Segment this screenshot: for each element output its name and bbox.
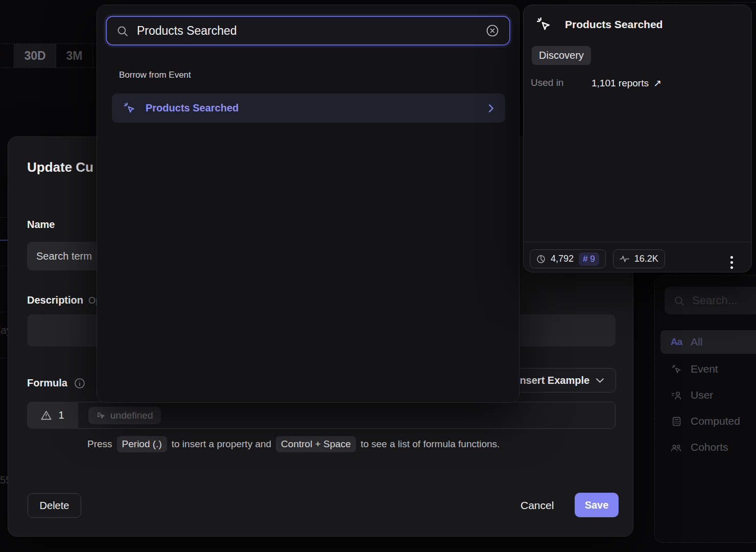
event-info-panel: Products Searched Discovery Used in 1,10… [523, 5, 752, 272]
sidebar-item-cohorts[interactable]: Cohorts [660, 435, 756, 459]
hint-text: to see a list of formula functions. [361, 439, 500, 450]
search-query-text: Products Searched [137, 24, 477, 38]
pie-icon [536, 255, 546, 264]
used-in-value: 1,101 reports [592, 78, 649, 89]
event-rank-badge: # 9 [579, 252, 599, 266]
modal-title: Update Cu [27, 159, 93, 175]
formula-label-row: Formula [27, 377, 85, 389]
search-icon [674, 295, 684, 306]
name-label: Name [27, 219, 55, 231]
chart-gridline [0, 266, 8, 266]
formula-label: Formula [27, 377, 67, 389]
sidebar-search-input[interactable]: Search... [665, 287, 756, 314]
more-options-icon[interactable] [728, 254, 735, 271]
sidebar-item-label: Event [691, 363, 718, 375]
formula-chip-label: undefined [110, 410, 153, 421]
sidebar-item-all[interactable]: Aa All [660, 330, 756, 354]
chart-gridline [0, 312, 8, 312]
text-aa-icon: Aa [671, 336, 682, 348]
formula-error-gutter: 1 [27, 402, 78, 429]
event-search-dropdown: Products Searched Borrow from Event Prod… [97, 5, 519, 403]
sidebar-item-user[interactable]: User [660, 383, 756, 407]
property-filter-sidebar: Search... Aa All Event User Computed [654, 275, 756, 543]
chevron-right-icon [488, 104, 494, 113]
sidebar-item-label: Computed [691, 415, 740, 427]
event-search-input[interactable]: Products Searched [106, 16, 510, 45]
external-link-icon: ↗ [653, 77, 662, 89]
control-space-key-chip: Control + Space [276, 436, 356, 452]
clear-search-icon[interactable] [485, 24, 500, 38]
event-cursor-icon [671, 364, 682, 375]
hint-text: to insert a property and [172, 439, 271, 450]
period-key-chip: Period (.) [117, 436, 167, 452]
event-count-value: 4,792 [551, 254, 574, 264]
sidebar-item-event[interactable]: Event [660, 357, 756, 381]
app-screen: D 30D 3M lay 55 Search... Aa All Event [0, 0, 756, 552]
user-icon [671, 391, 682, 400]
delete-button[interactable]: Delete [28, 493, 81, 518]
activity-icon [620, 256, 629, 262]
formula-editor[interactable]: 1 undefined [27, 402, 616, 429]
panel-divider [524, 242, 751, 242]
time-range-3m[interactable]: 3M [56, 44, 93, 67]
property-cursor-icon [97, 411, 105, 420]
chart-gridline [0, 217, 8, 218]
time-range-strip: D 30D 3M [0, 43, 104, 68]
chart-gridline [0, 358, 8, 358]
sidebar-search-placeholder: Search... [692, 294, 737, 307]
formula-input-area[interactable]: undefined [78, 402, 616, 429]
discovery-badge: Discovery [532, 46, 591, 65]
insert-example-label: Insert Example [517, 375, 589, 386]
event-cursor-icon [536, 16, 552, 32]
event-stats-row: 4,792 # 9 16.2K [530, 249, 665, 268]
event-result-products-searched[interactable]: Products Searched [112, 94, 505, 123]
sidebar-item-label: Cohorts [691, 441, 728, 453]
hint-text: Press [87, 439, 112, 450]
event-volume-value: 16.2K [634, 254, 658, 264]
computed-icon [671, 417, 682, 426]
cancel-button[interactable]: Cancel [511, 493, 563, 518]
event-volume-pill[interactable]: 16.2K [613, 249, 665, 268]
chevron-down-icon [596, 378, 604, 383]
description-label: Description [27, 294, 83, 306]
info-icon[interactable] [74, 378, 85, 389]
event-info-title: Products Searched [565, 18, 663, 31]
formula-error-count: 1 [58, 409, 64, 421]
event-cursor-icon [123, 102, 136, 114]
formula-undefined-chip[interactable]: undefined [88, 407, 161, 424]
event-info-header: Products Searched [536, 16, 663, 32]
save-button[interactable]: Save [575, 493, 619, 517]
formula-hint: Press Period (.) to insert a property an… [87, 436, 500, 452]
time-range-30d[interactable]: 30D [14, 44, 56, 67]
sidebar-item-computed[interactable]: Computed [660, 409, 756, 433]
sidebar-item-label: All [691, 336, 702, 348]
background-dashed-border [637, 2, 756, 3]
chart-line-fragment [0, 240, 8, 241]
name-field-value: Search term [36, 250, 92, 262]
event-result-label: Products Searched [146, 102, 479, 114]
time-range-7d[interactable]: D [0, 44, 14, 67]
event-count-pill[interactable]: 4,792 # 9 [530, 249, 606, 268]
search-icon [116, 25, 128, 37]
borrow-from-event-label: Borrow from Event [119, 70, 191, 80]
insert-example-button[interactable]: Insert Example [505, 368, 616, 393]
used-in-label: Used in [531, 77, 563, 88]
used-in-reports-link[interactable]: 1,101 reports ↗ [592, 77, 662, 89]
warning-icon [41, 410, 52, 420]
cohorts-icon [671, 443, 682, 452]
sidebar-item-label: User [691, 389, 713, 401]
